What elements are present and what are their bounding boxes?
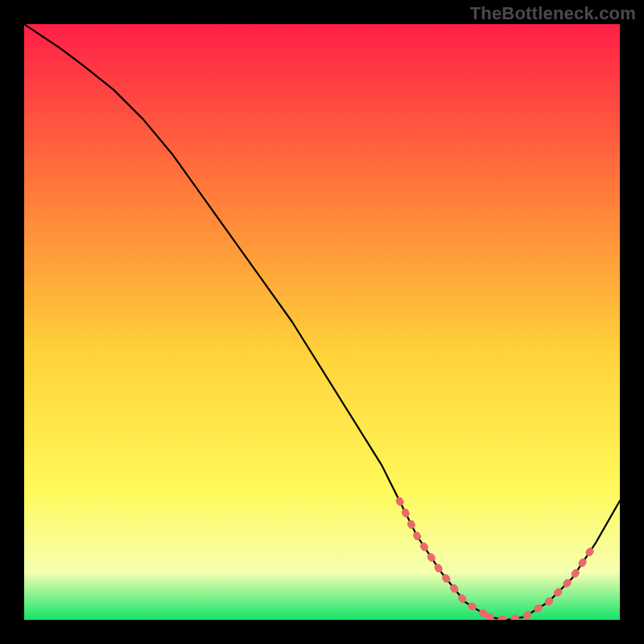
plot-svg <box>24 24 620 620</box>
watermark-text: TheBottleneck.com <box>470 3 636 24</box>
plot-area <box>24 24 620 620</box>
gradient-background <box>24 24 620 620</box>
chart-frame: TheBottleneck.com <box>0 0 644 644</box>
